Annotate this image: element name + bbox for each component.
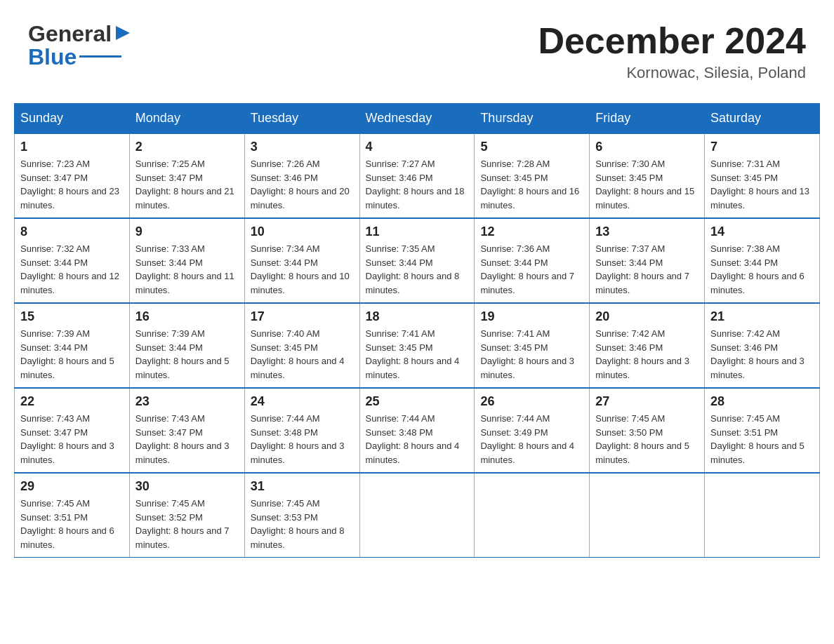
day-number: 12 bbox=[480, 224, 583, 239]
calendar-day-cell: 17Sunrise: 7:40 AMSunset: 3:45 PMDayligh… bbox=[244, 303, 359, 388]
day-number: 29 bbox=[20, 479, 124, 494]
day-info: Sunrise: 7:28 AMSunset: 3:45 PMDaylight:… bbox=[480, 157, 583, 212]
calendar-day-cell: 27Sunrise: 7:45 AMSunset: 3:50 PMDayligh… bbox=[590, 388, 705, 473]
day-of-week-header: Thursday bbox=[475, 104, 590, 134]
page-header: General Blue December 2024 Kornowac, Sil… bbox=[14, 14, 820, 89]
day-number: 5 bbox=[480, 140, 583, 154]
calendar-day-cell: 18Sunrise: 7:41 AMSunset: 3:45 PMDayligh… bbox=[359, 303, 475, 388]
calendar-day-cell: 21Sunrise: 7:42 AMSunset: 3:46 PMDayligh… bbox=[705, 303, 820, 388]
day-number: 9 bbox=[135, 224, 239, 239]
calendar-table: SundayMondayTuesdayWednesdayThursdayFrid… bbox=[14, 103, 820, 558]
calendar-day-cell: 20Sunrise: 7:42 AMSunset: 3:46 PMDayligh… bbox=[590, 303, 705, 388]
calendar-day-cell: 1Sunrise: 7:23 AMSunset: 3:47 PMDaylight… bbox=[15, 133, 130, 218]
calendar-day-cell bbox=[705, 473, 820, 558]
day-number: 18 bbox=[366, 309, 469, 324]
calendar-day-cell: 4Sunrise: 7:27 AMSunset: 3:46 PMDaylight… bbox=[359, 133, 475, 218]
day-info: Sunrise: 7:40 AMSunset: 3:45 PMDaylight:… bbox=[251, 327, 354, 382]
day-info: Sunrise: 7:44 AMSunset: 3:49 PMDaylight:… bbox=[480, 412, 583, 467]
day-of-week-header: Sunday bbox=[15, 104, 130, 134]
calendar-day-cell bbox=[359, 473, 475, 558]
day-number: 24 bbox=[251, 394, 354, 409]
logo: General Blue bbox=[28, 21, 133, 70]
calendar-day-cell: 12Sunrise: 7:36 AMSunset: 3:44 PMDayligh… bbox=[475, 218, 590, 303]
day-info: Sunrise: 7:41 AMSunset: 3:45 PMDaylight:… bbox=[480, 327, 583, 382]
day-info: Sunrise: 7:26 AMSunset: 3:46 PMDaylight:… bbox=[251, 157, 354, 212]
day-number: 16 bbox=[135, 309, 239, 324]
day-number: 13 bbox=[595, 224, 699, 239]
calendar-day-cell: 30Sunrise: 7:45 AMSunset: 3:52 PMDayligh… bbox=[129, 473, 244, 558]
day-info: Sunrise: 7:33 AMSunset: 3:44 PMDaylight:… bbox=[135, 242, 239, 297]
calendar-day-cell: 5Sunrise: 7:28 AMSunset: 3:45 PMDaylight… bbox=[475, 133, 590, 218]
day-number: 3 bbox=[251, 140, 354, 154]
day-number: 30 bbox=[135, 479, 239, 494]
logo-blue-text: Blue bbox=[28, 44, 77, 70]
day-info: Sunrise: 7:44 AMSunset: 3:48 PMDaylight:… bbox=[366, 412, 469, 467]
calendar-day-cell: 3Sunrise: 7:26 AMSunset: 3:46 PMDaylight… bbox=[244, 133, 359, 218]
calendar-day-cell: 31Sunrise: 7:45 AMSunset: 3:53 PMDayligh… bbox=[244, 473, 359, 558]
day-number: 6 bbox=[595, 140, 699, 154]
calendar-week-row: 29Sunrise: 7:45 AMSunset: 3:51 PMDayligh… bbox=[15, 473, 820, 558]
day-info: Sunrise: 7:39 AMSunset: 3:44 PMDaylight:… bbox=[135, 327, 239, 382]
calendar-day-cell: 14Sunrise: 7:38 AMSunset: 3:44 PMDayligh… bbox=[705, 218, 820, 303]
calendar-day-cell: 24Sunrise: 7:44 AMSunset: 3:48 PMDayligh… bbox=[244, 388, 359, 473]
day-info: Sunrise: 7:39 AMSunset: 3:44 PMDaylight:… bbox=[20, 327, 124, 382]
day-number: 19 bbox=[480, 309, 583, 324]
calendar-day-cell: 15Sunrise: 7:39 AMSunset: 3:44 PMDayligh… bbox=[15, 303, 130, 388]
calendar-header-row: SundayMondayTuesdayWednesdayThursdayFrid… bbox=[15, 104, 820, 134]
day-number: 11 bbox=[366, 224, 469, 239]
day-info: Sunrise: 7:27 AMSunset: 3:46 PMDaylight:… bbox=[366, 157, 469, 212]
calendar-day-cell: 26Sunrise: 7:44 AMSunset: 3:49 PMDayligh… bbox=[475, 388, 590, 473]
day-number: 25 bbox=[366, 394, 469, 409]
calendar-day-cell: 7Sunrise: 7:31 AMSunset: 3:45 PMDaylight… bbox=[705, 133, 820, 218]
day-number: 20 bbox=[595, 309, 699, 324]
calendar-day-cell: 2Sunrise: 7:25 AMSunset: 3:47 PMDaylight… bbox=[129, 133, 244, 218]
calendar-day-cell bbox=[590, 473, 705, 558]
day-number: 21 bbox=[710, 309, 814, 324]
calendar-week-row: 1Sunrise: 7:23 AMSunset: 3:47 PMDaylight… bbox=[15, 133, 820, 218]
calendar-day-cell: 13Sunrise: 7:37 AMSunset: 3:44 PMDayligh… bbox=[590, 218, 705, 303]
day-of-week-header: Saturday bbox=[705, 104, 820, 134]
day-number: 2 bbox=[135, 140, 239, 154]
day-number: 10 bbox=[251, 224, 354, 239]
day-info: Sunrise: 7:35 AMSunset: 3:44 PMDaylight:… bbox=[366, 242, 469, 297]
calendar-day-cell: 22Sunrise: 7:43 AMSunset: 3:47 PMDayligh… bbox=[15, 388, 130, 473]
calendar-day-cell bbox=[475, 473, 590, 558]
day-info: Sunrise: 7:45 AMSunset: 3:50 PMDaylight:… bbox=[595, 412, 699, 467]
calendar-day-cell: 8Sunrise: 7:32 AMSunset: 3:44 PMDaylight… bbox=[15, 218, 130, 303]
day-number: 22 bbox=[20, 394, 124, 409]
day-info: Sunrise: 7:45 AMSunset: 3:53 PMDaylight:… bbox=[251, 497, 354, 551]
calendar-day-cell: 6Sunrise: 7:30 AMSunset: 3:45 PMDaylight… bbox=[590, 133, 705, 218]
calendar-day-cell: 9Sunrise: 7:33 AMSunset: 3:44 PMDaylight… bbox=[129, 218, 244, 303]
day-info: Sunrise: 7:30 AMSunset: 3:45 PMDaylight:… bbox=[595, 157, 699, 212]
day-info: Sunrise: 7:42 AMSunset: 3:46 PMDaylight:… bbox=[595, 327, 699, 382]
day-info: Sunrise: 7:42 AMSunset: 3:46 PMDaylight:… bbox=[710, 327, 814, 382]
calendar-day-cell: 11Sunrise: 7:35 AMSunset: 3:44 PMDayligh… bbox=[359, 218, 475, 303]
calendar-day-cell: 29Sunrise: 7:45 AMSunset: 3:51 PMDayligh… bbox=[15, 473, 130, 558]
day-info: Sunrise: 7:38 AMSunset: 3:44 PMDaylight:… bbox=[710, 242, 814, 297]
location-subtitle: Kornowac, Silesia, Poland bbox=[538, 64, 806, 82]
calendar-week-row: 15Sunrise: 7:39 AMSunset: 3:44 PMDayligh… bbox=[15, 303, 820, 388]
calendar-day-cell: 16Sunrise: 7:39 AMSunset: 3:44 PMDayligh… bbox=[129, 303, 244, 388]
calendar-day-cell: 25Sunrise: 7:44 AMSunset: 3:48 PMDayligh… bbox=[359, 388, 475, 473]
calendar-week-row: 8Sunrise: 7:32 AMSunset: 3:44 PMDaylight… bbox=[15, 218, 820, 303]
day-info: Sunrise: 7:34 AMSunset: 3:44 PMDaylight:… bbox=[251, 242, 354, 297]
title-area: December 2024 Kornowac, Silesia, Poland bbox=[538, 21, 806, 82]
calendar-week-row: 22Sunrise: 7:43 AMSunset: 3:47 PMDayligh… bbox=[15, 388, 820, 473]
day-info: Sunrise: 7:43 AMSunset: 3:47 PMDaylight:… bbox=[20, 412, 124, 467]
day-info: Sunrise: 7:43 AMSunset: 3:47 PMDaylight:… bbox=[135, 412, 239, 467]
day-info: Sunrise: 7:32 AMSunset: 3:44 PMDaylight:… bbox=[20, 242, 124, 297]
svg-marker-0 bbox=[116, 26, 130, 40]
day-number: 7 bbox=[710, 140, 814, 154]
day-of-week-header: Tuesday bbox=[244, 104, 359, 134]
day-info: Sunrise: 7:37 AMSunset: 3:44 PMDaylight:… bbox=[595, 242, 699, 297]
day-info: Sunrise: 7:45 AMSunset: 3:51 PMDaylight:… bbox=[710, 412, 814, 467]
day-info: Sunrise: 7:25 AMSunset: 3:47 PMDaylight:… bbox=[135, 157, 239, 212]
logo-general-text: General bbox=[28, 21, 112, 47]
day-number: 26 bbox=[480, 394, 583, 409]
day-info: Sunrise: 7:23 AMSunset: 3:47 PMDaylight:… bbox=[20, 157, 124, 212]
calendar-day-cell: 23Sunrise: 7:43 AMSunset: 3:47 PMDayligh… bbox=[129, 388, 244, 473]
day-number: 8 bbox=[20, 224, 124, 239]
day-of-week-header: Friday bbox=[590, 104, 705, 134]
day-info: Sunrise: 7:44 AMSunset: 3:48 PMDaylight:… bbox=[251, 412, 354, 467]
month-year-title: December 2024 bbox=[538, 21, 806, 61]
